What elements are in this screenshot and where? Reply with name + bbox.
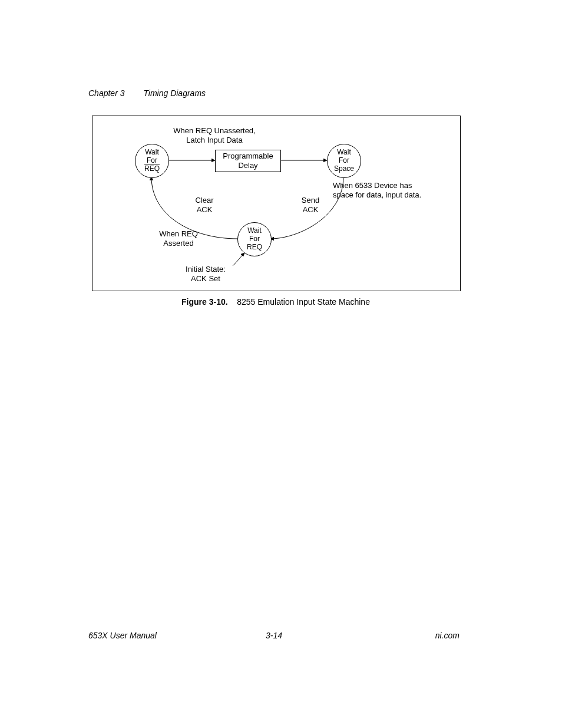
state-label-line: Wait [238, 227, 271, 235]
text-line: When 6533 Device has [333, 181, 412, 190]
text-line: Asserted [163, 239, 193, 248]
text-line: ACK [197, 205, 213, 214]
state-wait-for-req-bar: Wait For REQ [135, 144, 169, 178]
process-label-line: Programmable [216, 151, 280, 161]
edge-label-req-unasserted: When REQ Unasserted, Latch Input Data [158, 126, 270, 144]
chapter-title: Timing Diagrams [143, 88, 206, 98]
figure-caption: Figure 3-10. 8255 Emulation Input State … [92, 297, 459, 307]
state-label-line: For [328, 157, 361, 165]
text-line: Send [302, 196, 319, 205]
text-line: space for data, input data. [333, 190, 421, 199]
state-label-line: REQ [135, 165, 168, 173]
edge-label-send-ack: Send ACK [293, 196, 328, 214]
edge-label-device-space: When 6533 Device has space for data, inp… [333, 181, 439, 199]
footer-url: ni.com [435, 631, 459, 640]
state-wait-for-space: Wait For Space [327, 144, 361, 178]
state-label-line: Wait [135, 149, 168, 157]
text-line: Initial State: [186, 265, 226, 274]
process-programmable-delay: Programmable Delay [215, 150, 281, 172]
edge-label-req-asserted: When REQ Asserted [149, 229, 208, 248]
text-line: ACK Set [191, 274, 220, 283]
state-wait-for-req: Wait For REQ [237, 222, 272, 256]
figure-number: Figure 3-10. [181, 297, 228, 307]
diagram-arrows [92, 116, 460, 291]
page-header: Chapter 3 Timing Diagrams [88, 88, 206, 98]
state-label-line: REQ [238, 243, 271, 252]
state-label-line: For [238, 235, 271, 243]
footer-page-number: 3-14 [88, 631, 459, 640]
text-line: Latch Input Data [186, 136, 242, 144]
figure-frame: Wait For REQ Programmable Delay Wait For… [92, 116, 461, 291]
text-line: Clear [195, 196, 213, 205]
process-label-line: Delay [216, 161, 280, 170]
text-line: When REQ Unasserted, [173, 126, 255, 135]
edge-label-clear-ack: Clear ACK [187, 196, 222, 214]
text-line: ACK [303, 205, 319, 214]
label-initial-state: Initial State: ACK Set [176, 265, 235, 283]
state-label-line: Space [328, 165, 361, 173]
state-label-line: Wait [328, 149, 361, 157]
text-line: When REQ [159, 229, 198, 238]
state-label-line: For [135, 157, 168, 165]
figure-title: 8255 Emulation Input State Machine [237, 297, 370, 307]
chapter-number: Chapter 3 [88, 88, 124, 98]
